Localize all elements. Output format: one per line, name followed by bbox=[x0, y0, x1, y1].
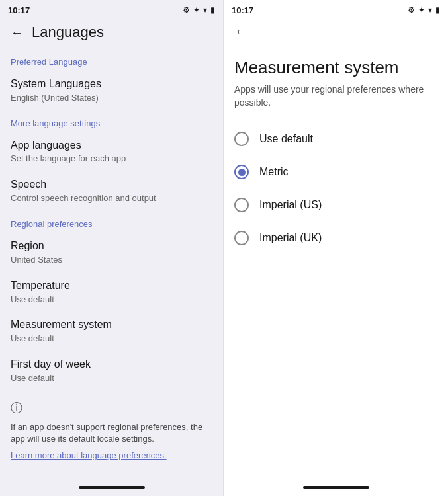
nav-pill-right bbox=[303, 486, 369, 489]
radio-use-default[interactable]: Use default bbox=[224, 122, 448, 155]
nav-bar-left bbox=[0, 481, 223, 496]
sidebar-item-measurement[interactable]: Measurement system Use default bbox=[0, 311, 223, 351]
radio-options: Use default Metric Imperial (US) Imperia… bbox=[224, 122, 448, 255]
info-link[interactable]: Learn more about language preferences. bbox=[11, 450, 212, 460]
info-text: If an app doesn't support regional prefe… bbox=[11, 421, 212, 445]
system-languages-subtitle: English (United States) bbox=[11, 93, 212, 104]
left-header: ← Languages bbox=[0, 19, 223, 49]
right-panel: 10:17 ⚙ ✦ ▾ ▮ ← Measurement system Apps … bbox=[224, 0, 448, 496]
sparkle-icon: ✦ bbox=[193, 5, 200, 15]
status-time-left: 10:17 bbox=[8, 5, 30, 15]
sidebar-item-first-day[interactable]: First day of week Use default bbox=[0, 351, 223, 391]
status-time-right: 10:17 bbox=[232, 5, 253, 15]
radio-imperial-uk[interactable]: Imperial (UK) bbox=[224, 222, 448, 255]
speech-title: Speech bbox=[11, 178, 212, 192]
right-header: ← bbox=[224, 19, 448, 47]
app-languages-subtitle: Set the language for each app bbox=[11, 153, 212, 165]
status-icons-right: ⚙ ✦ ▾ ▮ bbox=[408, 5, 440, 15]
wifi-icon-right: ▾ bbox=[428, 5, 432, 15]
sidebar-item-app-languages[interactable]: App languages Set the language for each … bbox=[0, 132, 223, 172]
radio-imperial-us[interactable]: Imperial (US) bbox=[224, 188, 448, 222]
section-regional: Regional preferences bbox=[0, 211, 223, 233]
sparkle-icon-right: ✦ bbox=[418, 5, 425, 15]
status-bar-right: 10:17 ⚙ ✦ ▾ ▮ bbox=[224, 0, 448, 19]
first-day-title: First day of week bbox=[11, 358, 212, 372]
info-icon: ⓘ bbox=[11, 400, 22, 416]
right-page-title: Measurement system bbox=[224, 47, 448, 83]
settings-icon-right: ⚙ bbox=[408, 5, 415, 15]
page-title-left: Languages bbox=[32, 24, 104, 41]
battery-icon: ▮ bbox=[210, 5, 215, 15]
sidebar-item-system-languages[interactable]: System Languages English (United States) bbox=[0, 71, 223, 110]
wifi-icon: ▾ bbox=[203, 5, 207, 15]
radio-circle-metric bbox=[234, 165, 249, 179]
back-button-right[interactable]: ← bbox=[234, 24, 247, 39]
info-row: ⓘ bbox=[11, 399, 212, 416]
status-bar-left: 10:17 ⚙ ✦ ▾ ▮ bbox=[0, 0, 223, 19]
nav-bar-right bbox=[224, 481, 448, 496]
radio-label-imperial-us: Imperial (US) bbox=[259, 199, 322, 211]
left-panel: 10:17 ⚙ ✦ ▾ ▮ ← Languages Preferred Lang… bbox=[0, 0, 224, 496]
sidebar-item-temperature[interactable]: Temperature Use default bbox=[0, 272, 223, 312]
settings-icon: ⚙ bbox=[183, 5, 190, 15]
system-languages-title: System Languages bbox=[11, 77, 212, 91]
radio-circle-imperial-uk bbox=[234, 231, 249, 245]
temperature-title: Temperature bbox=[11, 279, 212, 293]
back-button-left[interactable]: ← bbox=[11, 25, 24, 40]
region-subtitle: United States bbox=[11, 255, 212, 266]
region-title: Region bbox=[11, 239, 212, 253]
left-content: Preferred Language System Languages Engl… bbox=[0, 49, 223, 481]
right-page-subtitle: Apps will use your regional preferences … bbox=[224, 83, 448, 122]
radio-label-use-default: Use default bbox=[259, 133, 313, 145]
radio-metric[interactable]: Metric bbox=[224, 155, 448, 188]
radio-label-metric: Metric bbox=[259, 166, 289, 178]
speech-subtitle: Control speech recognition and output bbox=[11, 193, 212, 204]
nav-pill-left bbox=[79, 486, 145, 489]
battery-icon-right: ▮ bbox=[435, 5, 440, 15]
first-day-subtitle: Use default bbox=[11, 373, 212, 384]
radio-label-imperial-uk: Imperial (UK) bbox=[259, 232, 322, 244]
app-languages-title: App languages bbox=[11, 139, 212, 153]
status-icons-left: ⚙ ✦ ▾ ▮ bbox=[183, 5, 215, 15]
section-preferred: Preferred Language bbox=[0, 49, 223, 71]
measurement-title: Measurement system bbox=[11, 318, 212, 332]
radio-circle-imperial-us bbox=[234, 198, 249, 212]
temperature-subtitle: Use default bbox=[11, 294, 212, 306]
radio-inner-metric bbox=[238, 169, 246, 176]
sidebar-item-speech[interactable]: Speech Control speech recognition and ou… bbox=[0, 171, 223, 211]
sidebar-item-region[interactable]: Region United States bbox=[0, 233, 223, 272]
measurement-subtitle: Use default bbox=[11, 333, 212, 345]
radio-circle-use-default bbox=[234, 132, 249, 146]
info-section: ⓘ If an app doesn't support regional pre… bbox=[0, 391, 223, 468]
section-more-lang[interactable]: More language settings bbox=[0, 110, 223, 132]
